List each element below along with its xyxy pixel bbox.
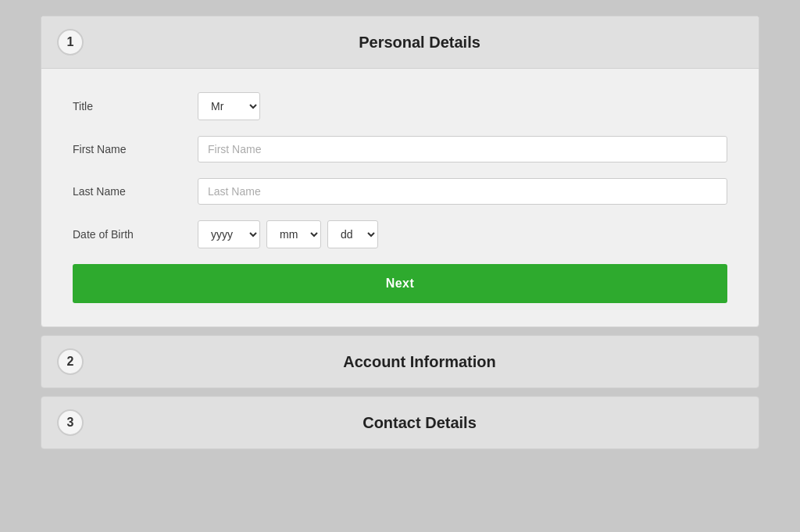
section-header-personal-details: 1 Personal Details	[41, 16, 759, 69]
page-container: 1 Personal Details Title Mr Mrs Ms Dr Pr…	[41, 16, 759, 449]
firstname-input[interactable]	[198, 136, 727, 162]
form-row-lastname: Last Name	[73, 178, 727, 205]
form-row-firstname: First Name	[73, 136, 727, 162]
firstname-label: First Name	[73, 143, 198, 155]
title-select[interactable]: Mr Mrs Ms Dr Prof	[198, 92, 260, 120]
dob-day-select[interactable]: dd	[327, 220, 378, 248]
section-title-contact-details: Contact Details	[96, 414, 743, 432]
form-row-dob: Date of Birth yyyy mm dd	[73, 220, 727, 248]
lastname-label: Last Name	[73, 185, 198, 198]
section-account-information: 2 Account Information	[41, 335, 759, 388]
section-personal-details: 1 Personal Details Title Mr Mrs Ms Dr Pr…	[41, 16, 759, 327]
dob-month-select[interactable]: mm	[266, 220, 321, 248]
dob-label: Date of Birth	[73, 228, 198, 241]
step-badge-2: 2	[57, 348, 84, 375]
section-title-account-information: Account Information	[96, 353, 743, 371]
next-button[interactable]: Next	[73, 264, 727, 303]
section-header-contact-details: 3 Contact Details	[41, 397, 759, 448]
section-body-personal-details: Title Mr Mrs Ms Dr Prof First Name Last …	[41, 69, 759, 327]
form-row-title: Title Mr Mrs Ms Dr Prof	[73, 92, 727, 120]
section-contact-details: 3 Contact Details	[41, 396, 759, 449]
dob-container: yyyy mm dd	[198, 220, 378, 248]
lastname-input[interactable]	[198, 178, 727, 205]
step-badge-1: 1	[57, 29, 84, 55]
title-label: Title	[73, 100, 198, 112]
section-header-account-information: 2 Account Information	[41, 336, 759, 387]
section-title-personal-details: Personal Details	[96, 34, 743, 52]
step-badge-3: 3	[57, 409, 84, 436]
dob-year-select[interactable]: yyyy	[198, 220, 260, 248]
